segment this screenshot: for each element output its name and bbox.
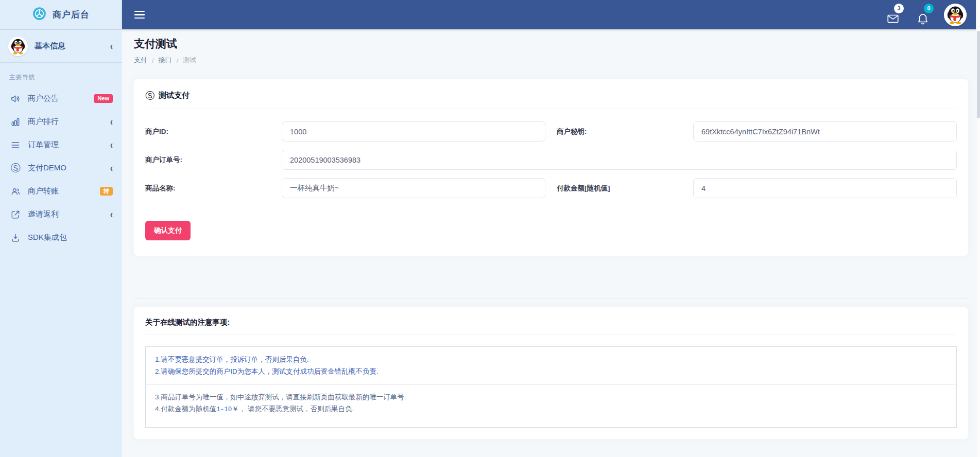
payment-form: 商户ID: 商户秘钥: 商户订单号: — [145, 121, 957, 240]
scrollbar-thumb[interactable] — [977, 31, 980, 118]
sidebar-item-merchant-transfer[interactable]: 商户转账 转 — [0, 180, 122, 203]
users-icon — [10, 186, 21, 197]
form-row: 商品名称: 付款金额[随机值] — [145, 178, 957, 198]
scrollbar[interactable] — [976, 0, 980, 457]
form-row: 商户订单号: — [145, 150, 957, 170]
sidebar-item-sdk-package[interactable]: SDK集成包 — [0, 226, 122, 249]
notes-card: 关于在线测试的注意事项: 1.请不要恶意提交订单，投诉订单，否则后果自负. 2.… — [134, 307, 968, 439]
share-external-icon — [10, 209, 21, 220]
confirm-pay-button[interactable]: 确认支付 — [145, 221, 191, 240]
page-title: 支付测试 — [134, 37, 968, 51]
product-name-label: 商品名称: — [145, 184, 282, 193]
notes-group-warning: 1.请不要恶意提交订单，投诉订单，否则后果自负. 2.请确保您所提交的商户ID为… — [146, 347, 956, 384]
note-line: 3.商品订单号为唯一值，如中途放弃测试，请直接刷新页面获取最新的唯一订单号. — [155, 391, 947, 403]
sidebar-item-label: SDK集成包 — [28, 233, 67, 242]
amount-input[interactable] — [693, 178, 957, 198]
user-avatar — [8, 37, 28, 56]
menu-toggle-button[interactable] — [131, 6, 149, 24]
chevron-left-icon: ‹ — [110, 163, 113, 173]
speaker-icon — [10, 93, 21, 104]
app-title: 商户后台 — [53, 9, 90, 21]
topbar: 3 0 — [122, 0, 980, 29]
sidebar-item-invite-rebate[interactable]: 邀请返利 ‹ — [0, 203, 122, 226]
list-icon — [10, 139, 21, 151]
sidebar-item-merchant-ranking[interactable]: 商户排行 ‹ — [0, 110, 122, 133]
sidebar-item-label: 订单管理 — [28, 140, 59, 150]
chevron-left-icon: ‹ — [110, 117, 113, 127]
user-menu-label: 基本信息 — [35, 41, 65, 51]
sidebar: 商户后台 基本信息 ‹ 主要导航 商户公告 New — [0, 0, 122, 457]
test-pay-card: Ⓢ 测试支付 商户ID: 商户秘钥: — [134, 79, 968, 256]
section-divider — [134, 298, 968, 298]
order-no-label: 商户订单号: — [145, 155, 282, 165]
merchant-id-field-group: 商户ID: — [145, 121, 545, 142]
sidebar-item-order-management[interactable]: 订单管理 ‹ — [0, 133, 122, 156]
logo-icon — [32, 7, 46, 23]
chevron-left-icon: ‹ — [110, 140, 113, 150]
breadcrumb-current: 测试 — [183, 56, 196, 65]
merchant-key-field-group: 商户秘钥: — [557, 121, 957, 142]
merchant-key-input[interactable] — [693, 121, 957, 142]
sidebar-item-label: 商户排行 — [28, 117, 59, 127]
order-no-field-group: 商户订单号: — [145, 150, 957, 170]
breadcrumb: 支付 / 接口 / 测试 — [134, 56, 968, 65]
breadcrumb-separator: / — [152, 57, 154, 64]
sidebar-item-announcements[interactable]: 商户公告 New — [0, 87, 122, 110]
messages-count-badge: 3 — [894, 4, 904, 13]
profile-avatar-button[interactable] — [944, 4, 967, 26]
chevron-left-icon: ‹ — [110, 209, 113, 220]
breadcrumb-separator: / — [177, 57, 179, 64]
bell-icon — [916, 12, 930, 25]
app-root: 商户后台 基本信息 ‹ 主要导航 商户公告 New — [0, 0, 980, 457]
chevron-left-icon: ‹ — [110, 41, 113, 51]
merchant-id-input[interactable] — [282, 121, 545, 142]
breadcrumb-link-interface[interactable]: 接口 — [159, 56, 172, 65]
notifications-button[interactable]: 0 — [914, 5, 932, 25]
merchant-key-label: 商户秘钥: — [557, 127, 693, 136]
order-no-input[interactable] — [282, 150, 957, 170]
skype-s-icon: Ⓢ — [10, 163, 21, 174]
card-title: 测试支付 — [159, 91, 190, 100]
note-line: 4.付款金额为随机值1-10￥， 请您不要恶意测试，否则后果自负. — [155, 403, 947, 416]
sidebar-user-menu[interactable]: 基本信息 ‹ — [0, 30, 122, 63]
amount-range-code: 1-10 — [216, 406, 232, 413]
notes-title: 关于在线测试的注意事项: — [145, 318, 957, 335]
product-name-input[interactable] — [282, 178, 545, 198]
card-header: Ⓢ 测试支付 — [145, 91, 957, 109]
brand-link[interactable]: 商户后台 — [0, 0, 122, 30]
breadcrumb-link-pay[interactable]: 支付 — [134, 56, 147, 65]
sidebar-item-label: 商户转账 — [28, 186, 59, 196]
form-row: 商户ID: 商户秘钥: — [145, 121, 957, 142]
notifications-count-badge: 0 — [924, 4, 934, 13]
user-avatar — [944, 4, 967, 26]
product-name-field-group: 商品名称: — [145, 178, 545, 198]
topbar-actions: 3 0 — [884, 4, 967, 26]
s-circle-icon: Ⓢ — [145, 91, 154, 100]
new-badge: New — [94, 94, 113, 103]
notes-group-info: 3.商品订单号为唯一值，如中途放弃测试，请直接刷新页面获取最新的唯一订单号. 4… — [146, 384, 956, 427]
amount-field-group: 付款金额[随机值] — [557, 178, 957, 198]
messages-button[interactable]: 3 — [884, 5, 902, 25]
notes-box: 1.请不要恶意提交订单，投诉订单，否则后果自负. 2.请确保您所提交的商户ID为… — [145, 346, 957, 428]
download-icon — [10, 232, 21, 243]
nav-section-label: 主要导航 — [0, 63, 122, 87]
main-area: 3 0 支付测试 支付 / 接口 / — [122, 0, 980, 457]
sidebar-item-label: 邀请返利 — [28, 209, 59, 219]
note-line: 1.请不要恶意提交订单，投诉订单，否则后果自负. — [155, 354, 947, 365]
sidebar-item-label: 支付DEMO — [28, 163, 66, 173]
note-line: 2.请确保您所提交的商户ID为您本人，测试支付成功后资金错乱概不负责. — [155, 365, 947, 377]
transfer-badge: 转 — [100, 187, 113, 196]
sidebar-item-pay-demo[interactable]: Ⓢ 支付DEMO ‹ — [0, 156, 122, 180]
merchant-id-label: 商户ID: — [145, 127, 282, 136]
bar-chart-icon — [10, 116, 21, 128]
sidebar-nav: 商户公告 New 商户排行 ‹ — [0, 87, 122, 249]
envelope-icon — [886, 12, 900, 25]
sidebar-item-label: 商户公告 — [28, 94, 59, 103]
page-content: 支付测试 支付 / 接口 / 测试 Ⓢ 测试支付 商户ID: — [122, 29, 980, 457]
amount-label: 付款金额[随机值] — [557, 184, 693, 193]
